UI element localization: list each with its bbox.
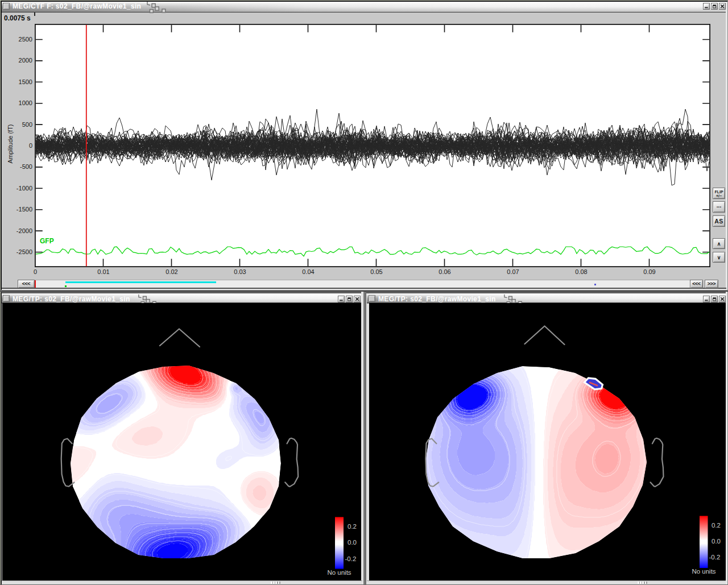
svg-text:No units: No units [327, 569, 351, 576]
svg-text:0.2: 0.2 [712, 522, 721, 529]
svg-text:0.0: 0.0 [712, 538, 721, 545]
svg-text:-0.2: -0.2 [345, 555, 357, 562]
svg-text:0.0: 0.0 [348, 539, 357, 546]
svg-text:-0.2: -0.2 [709, 554, 721, 561]
svg-text:0.2: 0.2 [348, 523, 357, 530]
svg-text:No units: No units [692, 568, 715, 575]
